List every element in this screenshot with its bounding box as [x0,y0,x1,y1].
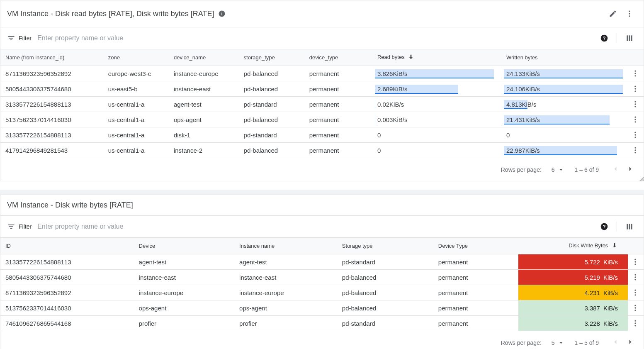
row-menu-button[interactable] [628,127,643,142]
cell-zone: us-central1-a [103,127,169,143]
cell-device: instance-east [134,270,235,285]
svg-point-4 [629,13,630,14]
row-menu-button[interactable] [628,300,643,315]
dropdown-icon [557,339,565,347]
svg-point-23 [634,132,636,133]
prev-page-button[interactable] [609,162,622,177]
cell-device-name: disk-1 [169,127,239,143]
svg-point-18 [634,103,636,105]
columns-button[interactable] [622,31,637,46]
cell-device-type: permanent [304,81,370,97]
cell-device-type: permanent [433,254,519,270]
cell-storage-type: pd-balanced [239,112,304,127]
cell-id: 8711369323596352892 [0,285,134,300]
row-menu-button[interactable] [628,66,643,81]
cell-disk-write: 4.231KiB/s [518,285,628,300]
filter-label: Filter [19,223,32,230]
svg-point-14 [634,86,636,87]
cell-device: ops-agent [134,300,235,316]
prev-page-button[interactable] [609,335,622,349]
cell-instance-name: instance-europe [234,285,337,300]
svg-point-25 [634,137,636,138]
cell-zone: us-central1-a [103,97,169,112]
svg-point-20 [634,117,636,118]
cell-device-name: ops-agent [169,112,239,127]
col-device-type[interactable]: Device Type [433,238,519,254]
col-device-name[interactable]: device_name [169,49,239,66]
table-row: 7461096276865544168profierprofierpd-stan… [0,316,644,331]
row-menu-button[interactable] [628,270,643,285]
info-icon[interactable] [218,10,226,17]
svg-point-21 [634,119,636,120]
col-storage-type[interactable]: Storage type [337,238,433,254]
cell-zone: us-east5-b [103,81,169,97]
col-zone[interactable]: zone [103,49,169,66]
divider [617,222,617,232]
help-button[interactable]: ? [597,31,612,46]
svg-rect-9 [629,35,630,41]
table-container: ID Device Instance name Storage type Dev… [0,238,644,331]
bar-cell: 3.826KiB/s [370,66,499,81]
svg-point-27 [634,149,636,151]
divider [617,33,617,43]
next-page-button[interactable] [624,335,637,349]
col-instance-name[interactable]: Instance name [234,238,337,254]
svg-point-36 [634,264,636,265]
bar-cell: 22.987KiB/s [499,143,628,158]
columns-button[interactable] [622,219,637,234]
rows-per-page-select[interactable]: 6 [552,166,565,173]
rows-per-page-select[interactable]: 5 [552,339,565,347]
bar-value: 0.02KiB/s [375,101,404,108]
cell-storage-type: pd-balanced [337,300,433,316]
pagination: Rows per page: 6 1 – 6 of 9 [0,158,644,181]
edit-button[interactable] [605,6,620,21]
page-range: 1 – 5 of 9 [575,339,599,346]
filter-label: Filter [19,35,32,41]
cell-disk-write: 3.228KiB/s [518,316,628,331]
svg-rect-1 [222,13,223,15]
cell-instance-name: ops-agent [234,300,337,316]
svg-point-43 [634,305,636,306]
bar-cell: 0 [499,127,628,143]
rows-per-page-value: 6 [552,166,555,173]
data-table: Name (from instance_id) zone device_name… [0,49,644,158]
col-name[interactable]: Name (from instance_id) [0,49,103,66]
col-device[interactable]: Device [134,238,235,254]
col-device-type[interactable]: device_type [304,49,370,66]
row-menu-button[interactable] [628,143,643,158]
col-disk-write-bytes[interactable]: Disk Write Bytes [518,238,628,254]
help-button[interactable]: ? [597,219,612,234]
row-menu-button[interactable] [628,81,643,96]
cell-storage-type: pd-standard [337,316,433,331]
resize-handle[interactable] [638,175,644,181]
cell-storage-type: pd-balanced [337,285,433,300]
svg-rect-31 [627,224,628,229]
col-storage-type[interactable]: storage_type [239,49,304,66]
svg-rect-32 [629,224,630,229]
svg-point-45 [634,310,636,311]
next-page-button[interactable] [624,162,637,177]
cell-disk-write: 3.387KiB/s [518,300,628,316]
svg-point-28 [634,152,636,153]
col-read-bytes[interactable]: Read bytes [370,49,499,66]
more-menu-button[interactable] [622,6,637,21]
svg-point-48 [634,325,636,326]
row-menu-button[interactable] [628,112,643,127]
bar-cell: 0.02KiB/s [370,97,499,112]
row-menu-button[interactable] [628,97,643,112]
cell-device-name: instance-2 [169,143,239,158]
filter-input[interactable] [35,220,593,233]
row-menu-button[interactable] [628,316,643,331]
row-menu-button[interactable] [628,254,643,269]
rows-per-page-value: 5 [552,339,555,346]
svg-rect-10 [631,35,632,41]
col-id[interactable]: ID [0,238,134,254]
col-written-bytes[interactable]: Written bytes [499,49,628,66]
filter-input[interactable] [35,32,593,44]
svg-point-16 [634,90,636,92]
cell-instance-name: profier [234,316,337,331]
row-menu-button[interactable] [628,285,643,300]
cell-device-name: instance-east [169,81,239,97]
bar-cell: 21.431KiB/s [499,112,628,127]
sort-desc-icon [408,54,414,61]
